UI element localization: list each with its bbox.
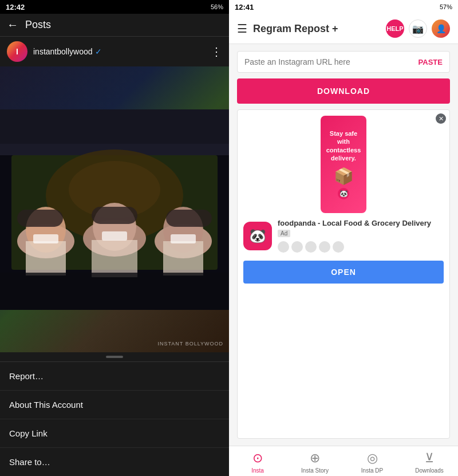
video-placeholder: INSTANT BOLLYWOOD	[0, 66, 229, 352]
star-5	[333, 241, 344, 253]
more-options-icon[interactable]: ⋮	[211, 45, 222, 58]
downloads-tab-icon: ⊻	[425, 451, 434, 466]
insta-dp-tab-label: Insta DP	[361, 467, 383, 474]
insta-story-tab-icon: ⊕	[310, 451, 320, 466]
left-time: 12:42	[6, 3, 25, 11]
svg-rect-8	[26, 241, 66, 276]
open-button[interactable]: OPEN	[243, 261, 444, 284]
insta-story-tab-label: Insta Story	[301, 467, 329, 474]
paste-button[interactable]: PASTE	[418, 58, 443, 66]
insta-dp-tab-icon: ◎	[367, 451, 378, 466]
url-input-row: PASTE	[237, 51, 450, 73]
username: instantbollywood ✓	[33, 47, 205, 56]
watermark: INSTANT BOLLYWOOD	[157, 341, 223, 347]
left-status-bar: 12:42 56%	[0, 0, 229, 14]
ad-info-row: 🐼 foodpanda - Local Food & Grocery Deliv…	[243, 219, 444, 253]
ad-banner[interactable]: Stay safe with contactless delivery. 📦 🐼	[321, 116, 366, 213]
svg-rect-19	[33, 234, 58, 243]
tab-downloads[interactable]: ⊻ Downloads	[401, 451, 458, 474]
svg-rect-14	[163, 241, 203, 276]
header-icons: HELP 📷 👤	[386, 19, 450, 38]
tab-insta-dp[interactable]: ◎ Insta DP	[344, 451, 401, 474]
insta-tab-label: Insta	[251, 467, 264, 474]
share-to-menu-item[interactable]: Share to…	[0, 448, 229, 476]
post-info: I instantbollywood ✓ ⋮	[0, 37, 229, 66]
left-battery: 56%	[211, 3, 223, 10]
right-panel: 12:41 57% ☰ Regram Repost + HELP 📷 👤 PAS…	[229, 0, 458, 476]
url-input[interactable]	[244, 57, 414, 66]
instagram-button[interactable]: 📷	[409, 19, 427, 38]
about-account-menu-item[interactable]: About This Account	[0, 391, 229, 419]
profile-button[interactable]: 👤	[432, 19, 450, 38]
right-status-right: 57%	[440, 3, 452, 10]
svg-rect-20	[102, 231, 127, 241]
bottom-menu: Report… About This Account Copy Link Sha…	[0, 361, 229, 476]
foodpanda-logo-area: 🐼	[338, 188, 349, 199]
right-header: ☰ Regram Repost + HELP 📷 👤	[229, 14, 458, 44]
hamburger-icon[interactable]: ☰	[237, 22, 247, 36]
svg-rect-21	[171, 234, 196, 243]
svg-rect-16	[92, 207, 137, 224]
right-content: PASTE DOWNLOAD ✕ Stay safe with contactl…	[229, 44, 458, 446]
ad-stars	[278, 241, 444, 253]
left-panel: 12:42 56% ← Posts I instantbollywood ✓ ⋮	[0, 0, 229, 476]
left-title: Posts	[25, 19, 51, 31]
svg-rect-15	[17, 210, 63, 227]
star-4	[319, 241, 330, 253]
video-area[interactable]: INSTANT BOLLYWOOD	[0, 66, 229, 352]
tab-insta-story[interactable]: ⊕ Insta Story	[286, 451, 344, 474]
bottom-tabs: ⊙ Insta ⊕ Insta Story ◎ Insta DP ⊻ Downl…	[229, 446, 458, 476]
ad-container: ✕ Stay safe with contactless delivery. 📦…	[237, 109, 450, 439]
left-header: ← Posts	[0, 14, 229, 37]
ad-inner: Stay safe with contactless delivery. 📦 🐼…	[243, 116, 444, 284]
svg-rect-17	[166, 210, 212, 227]
verified-badge: ✓	[95, 47, 102, 56]
ad-banner-text: Stay safe with contactless delivery.	[326, 129, 361, 162]
tab-insta[interactable]: ⊙ Insta	[229, 451, 286, 474]
right-time: 12:41	[235, 3, 254, 11]
copy-link-menu-item[interactable]: Copy Link	[0, 419, 229, 448]
avatar: I	[7, 41, 27, 62]
download-button[interactable]: DOWNLOAD	[237, 78, 450, 104]
star-1	[278, 241, 289, 253]
star-2	[291, 241, 303, 253]
right-status-bar: 12:41 57%	[229, 0, 458, 14]
help-button[interactable]: HELP	[386, 19, 404, 38]
ad-app-name: foodpanda - Local Food & Grocery Deliver…	[278, 219, 444, 227]
back-icon[interactable]: ←	[7, 18, 18, 32]
svg-rect-11	[92, 240, 137, 277]
right-battery: 57%	[440, 3, 452, 10]
insta-tab-icon: ⊙	[252, 451, 263, 466]
foodpanda-big-icon: 🐼	[243, 222, 272, 250]
scroll-indicator	[0, 352, 229, 361]
left-status-right: 56%	[211, 3, 223, 10]
downloads-tab-label: Downloads	[415, 467, 443, 474]
delivery-icon: 📦	[334, 167, 354, 186]
ad-text-block: foodpanda - Local Food & Grocery Deliver…	[278, 219, 444, 253]
app-title: Regram Repost +	[253, 23, 380, 35]
foodpanda-icon: 🐼	[338, 188, 349, 199]
scroll-dot	[106, 356, 123, 358]
svg-rect-18	[0, 273, 229, 310]
ad-close-button[interactable]: ✕	[436, 113, 446, 124]
ad-badge: Ad	[278, 230, 290, 237]
report-menu-item[interactable]: Report…	[0, 362, 229, 391]
instagram-icon: 📷	[412, 23, 424, 34]
star-3	[305, 241, 317, 253]
profile-icon: 👤	[436, 24, 446, 33]
